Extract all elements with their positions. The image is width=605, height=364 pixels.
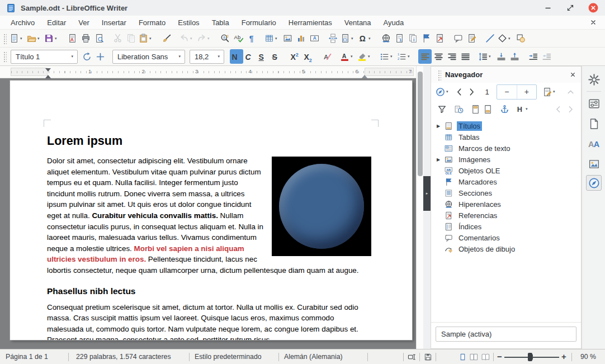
panel-grip[interactable] — [437, 69, 441, 81]
align-center-button[interactable] — [432, 49, 445, 64]
insert-special-character-dropdown-arrow[interactable] — [368, 36, 373, 41]
horizontal-ruler[interactable]: 1234567 — [0, 66, 416, 78]
unordered-list-dropdown-arrow[interactable] — [390, 54, 395, 59]
document-page[interactable]: Lorem ipsum Dolor sit amet, consectetur … — [10, 81, 412, 340]
update-button[interactable] — [452, 102, 465, 116]
tab-styles[interactable]: AA — [586, 136, 602, 152]
font-name-combo[interactable]: Liberation Sans — [112, 50, 185, 64]
new-document-button[interactable] — [8, 31, 26, 46]
zoom-level-status[interactable]: 90 % — [580, 353, 596, 361]
bold-button[interactable]: N — [230, 49, 243, 64]
insert-comment-button[interactable] — [451, 31, 465, 46]
navigate-by-button[interactable] — [436, 84, 451, 99]
find-and-replace-button[interactable]: ad — [218, 31, 231, 46]
chevron-down-icon[interactable] — [174, 54, 185, 59]
page-decrement-button[interactable] — [497, 85, 517, 99]
nav-item-indices[interactable]: Índices — [431, 221, 581, 232]
book-view-icon[interactable] — [481, 353, 490, 361]
language-status[interactable]: Alemán (Alemania) — [284, 353, 343, 361]
save-dropdown-arrow[interactable] — [55, 36, 59, 41]
justify-button[interactable] — [459, 49, 472, 64]
indent-increase-button[interactable] — [526, 49, 540, 64]
highlight-color-button[interactable] — [356, 49, 374, 64]
page-count-status[interactable]: Página 1 de 1 — [6, 353, 48, 361]
toolbar-grip[interactable] — [3, 33, 7, 44]
menu-herramientas[interactable]: Herramientas — [282, 18, 338, 27]
tab-gallery[interactable] — [586, 156, 602, 172]
open-dropdown-arrow[interactable] — [37, 36, 42, 41]
line-spacing-button[interactable] — [477, 49, 494, 64]
font-color-dropdown-arrow[interactable] — [351, 54, 355, 59]
toolbar-grip[interactable] — [3, 51, 7, 62]
unordered-list-button[interactable] — [379, 49, 396, 64]
para-space-decrease-button[interactable] — [508, 49, 521, 64]
zoom-in-button[interactable]: + — [561, 352, 566, 361]
insert-text-box-button[interactable]: A — [308, 31, 321, 46]
menu-formato[interactable]: Formato — [133, 18, 172, 27]
paragraph-style-combo[interactable]: Título 1 — [11, 50, 78, 64]
update-style-button[interactable] — [80, 49, 93, 64]
earth-image[interactable] — [272, 157, 371, 256]
ordered-list-dropdown-arrow[interactable] — [408, 54, 412, 59]
insert-table-button[interactable] — [263, 31, 281, 46]
menu-insertar[interactable]: Insertar — [96, 18, 133, 27]
para-space-increase-button[interactable] — [494, 49, 508, 64]
word-count-status[interactable]: 229 palabras, 1.574 caracteres — [76, 353, 171, 361]
font-size-combo[interactable]: 18,2 — [190, 50, 224, 64]
menu-formulario[interactable]: Formulario — [235, 18, 282, 27]
superscript-button[interactable]: X2 — [289, 49, 302, 64]
menu-tabla[interactable]: Tabla — [206, 18, 235, 27]
underline-button[interactable]: S — [257, 49, 270, 64]
insert-chart-button[interactable] — [294, 31, 308, 46]
zoom-slider-thumb[interactable] — [528, 353, 532, 361]
nav-item-objetos-de-dibujo[interactable]: Objetos de dibujo — [431, 243, 581, 254]
highlight-color-dropdown-arrow[interactable] — [368, 54, 372, 59]
filter-button[interactable] — [436, 102, 448, 116]
nav-item-hiperenlaces[interactable]: Hiperenlaces — [431, 198, 581, 210]
anchor-text-button[interactable] — [498, 102, 511, 116]
insert-image-button[interactable] — [281, 31, 294, 46]
nav-item-tablas[interactable]: Tablas — [431, 131, 581, 143]
spelling-button[interactable]: Ab — [231, 31, 245, 46]
close-button[interactable] — [588, 3, 598, 13]
navigate-by-dropdown[interactable] — [446, 89, 451, 94]
page-increment-button[interactable] — [517, 85, 537, 99]
insert-line-button[interactable] — [483, 31, 497, 46]
expander-icon[interactable]: ▶ — [437, 157, 445, 162]
sidebar-hide-handle[interactable] — [423, 176, 431, 211]
line-spacing-dropdown-arrow[interactable] — [489, 54, 493, 59]
ordered-list-button[interactable]: 12 — [396, 49, 413, 64]
heading-levels-button[interactable]: H — [515, 102, 530, 116]
insert-cross-reference-button[interactable] — [433, 31, 446, 46]
menu-ventana[interactable]: Ventana — [338, 18, 377, 27]
font-color-button[interactable]: A — [339, 49, 356, 64]
insert-mode-icon[interactable] — [408, 353, 416, 361]
page-style-status[interactable]: Estilo predeterminado — [195, 353, 262, 361]
sidebar-settings-button[interactable] — [586, 72, 602, 87]
nav-item-secciones[interactable]: Secciones — [431, 187, 581, 198]
nav-item-marcos-de-texto[interactable]: Marcos de texto — [431, 143, 581, 154]
formatting-marks-button[interactable]: ¶ — [245, 31, 258, 46]
clear-formatting-button[interactable]: A — [320, 49, 334, 64]
insert-footnote-button[interactable]: 1 — [393, 31, 406, 46]
insert-page-break-button[interactable] — [326, 31, 339, 46]
new-document-dropdown-arrow[interactable] — [20, 36, 25, 41]
chevron-down-icon[interactable] — [67, 54, 77, 59]
multi-page-view-icon[interactable] — [470, 353, 478, 361]
align-right-button[interactable] — [445, 49, 459, 64]
insert-field-dropdown-arrow[interactable] — [351, 36, 356, 41]
tab-navigator[interactable] — [586, 175, 602, 191]
redo-dropdown-arrow[interactable] — [207, 36, 212, 41]
nav-item-comentarios[interactable]: Comentarios — [431, 232, 581, 243]
nav-item-objetos-ole[interactable]: OLEObjetos OLE — [431, 165, 581, 176]
document-saved-icon[interactable] — [424, 353, 432, 361]
vertical-scrollbar[interactable] — [416, 66, 423, 349]
tab-properties[interactable] — [586, 96, 602, 111]
open-button[interactable] — [26, 31, 43, 46]
print-button[interactable] — [79, 31, 92, 46]
clone-formatting-button[interactable] — [160, 31, 173, 46]
chevron-down-icon[interactable] — [214, 54, 224, 59]
insert-field-button[interactable] — [339, 31, 357, 46]
show-draw-functions-button[interactable] — [514, 31, 527, 46]
menu-ayuda[interactable]: Ayuda — [377, 18, 410, 27]
